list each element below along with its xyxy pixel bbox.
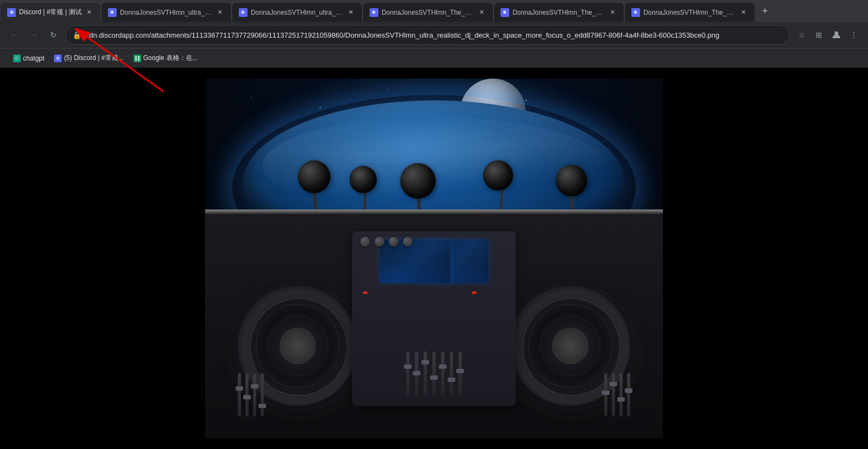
fader-cap-2 bbox=[413, 371, 420, 375]
tab-donna1[interactable]: ⊕ DonnaJonesSVTHlmn_ultra_re... ✕ bbox=[101, 2, 232, 22]
fader-6 bbox=[450, 351, 453, 395]
right-fader-3 bbox=[619, 373, 623, 417]
bookmark-chatgpt-label: chatgpt bbox=[23, 55, 44, 62]
knob-3 bbox=[389, 237, 399, 247]
tab-bar: ⊕ Discord | #常规 | 测试 ✕ ⊕ DonnaJonesSVTHl… bbox=[0, 0, 868, 22]
address-bar-container[interactable]: 🔒 bbox=[65, 25, 789, 45]
right-black-area bbox=[663, 135, 868, 449]
discord-favicon-3: ⊕ bbox=[370, 8, 378, 17]
tab-label-3: DonnaJonesSVTHlmn_The_pre... bbox=[382, 9, 474, 16]
right-fader-4 bbox=[627, 373, 630, 417]
fader-cap-1 bbox=[404, 364, 412, 369]
tab-label-0: Discord | #常规 | 测试 bbox=[19, 8, 82, 17]
discord-favicon-4: ⊕ bbox=[501, 8, 509, 17]
left-fader-cap-3 bbox=[251, 384, 258, 388]
svg-rect-3 bbox=[135, 58, 137, 59]
fader-4 bbox=[432, 351, 436, 395]
chatgpt-favicon: C bbox=[13, 55, 21, 62]
new-tab-button[interactable]: + bbox=[757, 3, 773, 19]
left-fader-4 bbox=[261, 373, 264, 417]
left-fader-cap-1 bbox=[236, 386, 243, 391]
discord-favicon-0: ⊕ bbox=[7, 8, 16, 17]
fader-cap-6 bbox=[448, 378, 455, 382]
tab-close-5[interactable]: ✕ bbox=[739, 8, 748, 17]
forward-button[interactable]: → bbox=[26, 27, 41, 43]
address-input[interactable] bbox=[86, 31, 782, 39]
tab-donna2[interactable]: ⊕ DonnaJonesSVTHlmn_ultra_re... ✕ bbox=[232, 2, 363, 22]
fader-2 bbox=[415, 351, 418, 395]
tab-label-4: DonnaJonesSVTHlmn_The_pre... bbox=[513, 9, 605, 16]
dj-deck bbox=[205, 209, 663, 439]
sphere-1 bbox=[298, 160, 330, 193]
bookmarks-bar: C chatgpt D (5) Discord | #常规... Google … bbox=[0, 48, 868, 68]
extensions-button[interactable]: ⊞ bbox=[811, 27, 827, 43]
nav-icons-right: ☆ ⊞ ⋮ bbox=[794, 27, 861, 43]
reload-button[interactable]: ↻ bbox=[46, 27, 61, 43]
bookmark-chatgpt[interactable]: C chatgpt bbox=[9, 52, 49, 64]
right-fader-cap-3 bbox=[617, 397, 625, 402]
tab-close-1[interactable]: ✕ bbox=[216, 8, 225, 17]
tab-donna4[interactable]: ⊕ DonnaJonesSVTHlmn_The_pre... ✕ bbox=[493, 2, 624, 22]
discord-favicon-5: ⊕ bbox=[631, 8, 640, 17]
fader-1 bbox=[406, 351, 409, 395]
svg-rect-1 bbox=[135, 56, 137, 57]
svg-rect-4 bbox=[138, 58, 140, 59]
bookmark-star-button[interactable]: ☆ bbox=[794, 27, 809, 43]
knob-1 bbox=[360, 237, 370, 247]
deck-chrome-bar bbox=[205, 209, 663, 214]
tab-close-4[interactable]: ✕ bbox=[608, 8, 617, 17]
left-black-area bbox=[0, 135, 205, 449]
back-button[interactable]: ← bbox=[7, 27, 22, 43]
right-fader-group bbox=[604, 373, 630, 417]
knob-4 bbox=[403, 237, 413, 247]
red-btn-6 bbox=[363, 291, 367, 294]
sphere-3 bbox=[400, 163, 436, 199]
left-fader-cap-4 bbox=[258, 404, 266, 408]
settings-button[interactable]: ⋮ bbox=[846, 27, 861, 43]
tab-label-2: DonnaJonesSVTHlmn_ultra_re... bbox=[251, 9, 343, 16]
discord-bm-favicon: D bbox=[54, 55, 62, 62]
bookmark-discord[interactable]: D (5) Discord | #常规... bbox=[50, 51, 128, 65]
right-fader-1 bbox=[604, 373, 607, 417]
fader-5 bbox=[441, 351, 444, 395]
fader-3 bbox=[424, 351, 427, 395]
right-fader-cap-2 bbox=[610, 382, 617, 386]
tab-donna5[interactable]: ⊕ DonnaJonesSVTHlmn_The_pre... ✕ bbox=[624, 2, 755, 22]
sphere-5 bbox=[556, 165, 587, 196]
top-knobs-row bbox=[360, 237, 413, 247]
tab-close-0[interactable]: ✕ bbox=[85, 8, 94, 17]
left-fader-2 bbox=[245, 373, 249, 417]
browser-chrome: ⊕ Discord | #常规 | 测试 ✕ ⊕ DonnaJonesSVTHl… bbox=[0, 0, 868, 68]
svg-rect-6 bbox=[138, 59, 140, 61]
sheets-favicon bbox=[134, 55, 141, 62]
fader-7 bbox=[459, 351, 462, 395]
bookmark-sheets[interactable]: Google 表格：在... bbox=[129, 51, 202, 65]
sphere-2 bbox=[349, 166, 377, 193]
tab-discord-active[interactable]: ⊕ Discord | #常规 | 测试 ✕ bbox=[0, 2, 101, 22]
profile-button[interactable] bbox=[829, 27, 844, 43]
main-content bbox=[0, 68, 868, 449]
fader-cap-7 bbox=[456, 369, 464, 373]
lock-icon: 🔒 bbox=[73, 31, 81, 39]
bookmark-sheets-label: Google 表格：在... bbox=[143, 53, 198, 63]
red-btn-r4 bbox=[472, 291, 477, 294]
right-fader-cap-1 bbox=[602, 391, 610, 395]
tab-donna3[interactable]: ⊕ DonnaJonesSVTHlmn_The_pre... ✕ bbox=[363, 2, 493, 22]
left-fader-3 bbox=[253, 373, 256, 417]
left-fader-cap-2 bbox=[243, 395, 251, 399]
right-fader-cap-4 bbox=[625, 388, 632, 393]
center-faders bbox=[406, 351, 462, 395]
discord-favicon-2: ⊕ bbox=[239, 8, 248, 17]
fader-cap-4 bbox=[430, 375, 438, 380]
fader-cap-3 bbox=[421, 360, 429, 364]
dj-space-image bbox=[205, 79, 663, 439]
svg-rect-2 bbox=[138, 56, 140, 57]
right-fader-2 bbox=[612, 373, 615, 417]
left-fader-1 bbox=[238, 373, 241, 417]
tab-label-1: DonnaJonesSVTHlmn_ultra_re... bbox=[120, 9, 213, 16]
nav-bar: ← → ↻ 🔒 ☆ ⊞ ⋮ bbox=[0, 22, 868, 48]
tab-close-3[interactable]: ✕ bbox=[478, 8, 486, 17]
fader-cap-5 bbox=[439, 364, 447, 369]
bookmark-discord-label: (5) Discord | #常规... bbox=[64, 53, 123, 63]
tab-close-2[interactable]: ✕ bbox=[347, 8, 355, 17]
